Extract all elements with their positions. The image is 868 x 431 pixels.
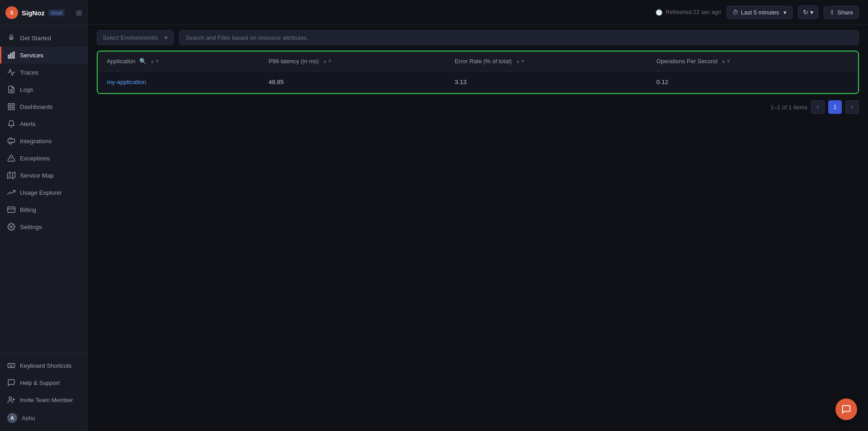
time-selector-label: Last 5 minutes (741, 9, 779, 16)
sort-error-icon[interactable]: ▲▼ (515, 59, 525, 63)
sidebar-item-logs[interactable]: Logs (0, 81, 87, 98)
alert-triangle-icon (7, 154, 15, 162)
refresh-info: 🕐 Refreshed 22 sec ago (656, 9, 721, 16)
plug-icon (7, 137, 15, 145)
svg-rect-2 (11, 53, 12, 58)
timer-icon: ⏱ (732, 9, 738, 16)
sort-p99-icon[interactable]: ▲▼ (322, 59, 332, 63)
env-chevron-icon: ▾ (165, 34, 168, 41)
col-p99-latency[interactable]: P99 latency (in ms) ▲▼ (259, 52, 446, 71)
svg-rect-16 (8, 207, 15, 212)
sidebar-item-usage-explorer[interactable]: Usage Explorer (0, 184, 87, 201)
chat-fab-button[interactable] (835, 398, 857, 420)
refresh-button[interactable]: ↻ ▾ (798, 5, 818, 19)
page-1-button[interactable]: 1 (828, 100, 842, 114)
col-error-label: Error Rate (% of total) (455, 58, 512, 65)
sidebar-item-integrations[interactable]: Integrations (0, 132, 87, 150)
col-p99-label: P99 latency (in ms) (269, 58, 319, 65)
share-button[interactable]: ⇪ Share (824, 6, 859, 19)
sidebar-item-services[interactable]: Services (0, 47, 87, 64)
sidebar: S SigNoz cloud ⊞ Get Started Services Tr… (0, 0, 88, 431)
svg-point-25 (9, 397, 12, 399)
app-name: SigNoz (22, 9, 45, 17)
table-row: my-application 48.85 3.13 0.12 (98, 71, 858, 93)
sidebar-bottom: Keyboard Shortcuts Help & Support Invite… (0, 353, 87, 431)
sidebar-item-help-support[interactable]: Help & Support (0, 374, 87, 391)
sidebar-user[interactable]: A Ashu (0, 408, 87, 427)
sidebar-item-billing[interactable]: Billing (0, 201, 87, 218)
sidebar-item-keyboard-shortcuts[interactable]: Keyboard Shortcuts (0, 357, 87, 374)
sidebar-item-settings[interactable]: Settings (0, 218, 87, 235)
col-error-rate[interactable]: Error Rate (% of total) ▲▼ (446, 52, 647, 71)
pagination: 1–1 of 1 items ‹ 1 › (88, 94, 868, 120)
share-label: Share (837, 9, 853, 16)
filter-bar: Select Environment/s ▾ Search and Filter… (88, 25, 868, 51)
sidebar-item-exceptions[interactable]: Exceptions (0, 150, 87, 167)
keyboard-icon (7, 361, 15, 370)
sidebar-label-alerts: Alerts (20, 121, 36, 127)
sidebar-label-integrations: Integrations (20, 138, 52, 145)
chat-icon (841, 404, 851, 414)
credit-card-icon (7, 206, 15, 214)
avatar: A (7, 413, 17, 423)
sidebar-label-service-map: Service Map (20, 172, 54, 179)
table-body: my-application 48.85 3.13 0.12 (98, 71, 858, 93)
svg-point-0 (11, 37, 12, 39)
sidebar-nav: Get Started Services Traces Logs (0, 26, 87, 353)
sidebar-item-invite-team[interactable]: Invite Team Member (0, 391, 87, 408)
col-ops-per-second[interactable]: Operations Per Second ▲▼ (647, 52, 858, 71)
main-content: 🕐 Refreshed 22 sec ago ⏱ Last 5 minutes … (88, 0, 868, 431)
sidebar-item-alerts[interactable]: Alerts (0, 115, 87, 132)
sidebar-label-usage-explorer: Usage Explorer (20, 189, 62, 196)
env-select-label: Select Environment/s (103, 34, 158, 41)
col-application[interactable]: Application 🔍 ▲▼ (98, 52, 259, 71)
pagination-summary: 1–1 of 1 items (770, 104, 807, 111)
sort-application-icon[interactable]: ▲▼ (150, 59, 160, 63)
sidebar-label-help-support: Help & Support (20, 379, 60, 386)
svg-rect-7 (12, 103, 14, 106)
sort-ops-icon[interactable]: ▲▼ (721, 59, 731, 63)
sidebar-label-dashboards: Dashboards (20, 103, 53, 110)
cloud-badge: cloud (48, 9, 65, 16)
svg-rect-3 (13, 52, 14, 58)
user-plus-icon (7, 396, 15, 404)
message-circle-icon (7, 379, 15, 387)
svg-rect-8 (8, 108, 10, 110)
svg-rect-19 (8, 364, 15, 368)
cell-ops: 0.12 (647, 71, 858, 93)
sidebar-toggle-button[interactable]: ⊞ (76, 9, 82, 17)
environment-selector[interactable]: Select Environment/s ▾ (97, 30, 174, 45)
services-table: Application 🔍 ▲▼ P99 latency (in ms) ▲▼ (98, 52, 858, 93)
topbar: 🕐 Refreshed 22 sec ago ⏱ Last 5 minutes … (88, 0, 868, 25)
refresh-icon: ↻ (803, 9, 808, 16)
sidebar-item-get-started[interactable]: Get Started (0, 29, 87, 47)
col-ops-label: Operations Per Second (656, 58, 717, 65)
layout-icon (7, 103, 15, 111)
search-placeholder: Search and Filter based on resource attr… (186, 34, 308, 41)
bar-chart-icon (7, 51, 15, 59)
sidebar-label-billing: Billing (20, 206, 36, 213)
share-icon: ⇪ (830, 9, 835, 16)
search-col-icon: 🔍 (139, 58, 146, 65)
clock-icon: 🕐 (656, 9, 663, 16)
prev-page-button[interactable]: ‹ (811, 100, 825, 114)
sidebar-item-dashboards[interactable]: Dashboards (0, 98, 87, 115)
logo-circle: S (5, 6, 18, 19)
sidebar-item-service-map[interactable]: Service Map (0, 167, 87, 184)
rocket-icon (7, 34, 15, 42)
cell-error-rate: 3.13 (446, 71, 647, 93)
sidebar-item-traces[interactable]: Traces (0, 64, 87, 81)
svg-rect-10 (8, 139, 15, 143)
search-filter-bar[interactable]: Search and Filter based on resource attr… (179, 30, 859, 45)
svg-marker-13 (8, 172, 15, 179)
svg-rect-1 (8, 55, 9, 58)
next-page-button[interactable]: › (845, 100, 859, 114)
time-selector[interactable]: ⏱ Last 5 minutes ▾ (726, 6, 793, 19)
cell-p99: 48.85 (259, 71, 446, 93)
sidebar-label-services: Services (20, 52, 43, 59)
application-link[interactable]: my-application (107, 79, 146, 85)
sidebar-label-logs: Logs (20, 86, 33, 93)
svg-rect-6 (8, 103, 10, 106)
username: Ashu (22, 415, 35, 422)
sidebar-header: S SigNoz cloud ⊞ (0, 0, 87, 26)
